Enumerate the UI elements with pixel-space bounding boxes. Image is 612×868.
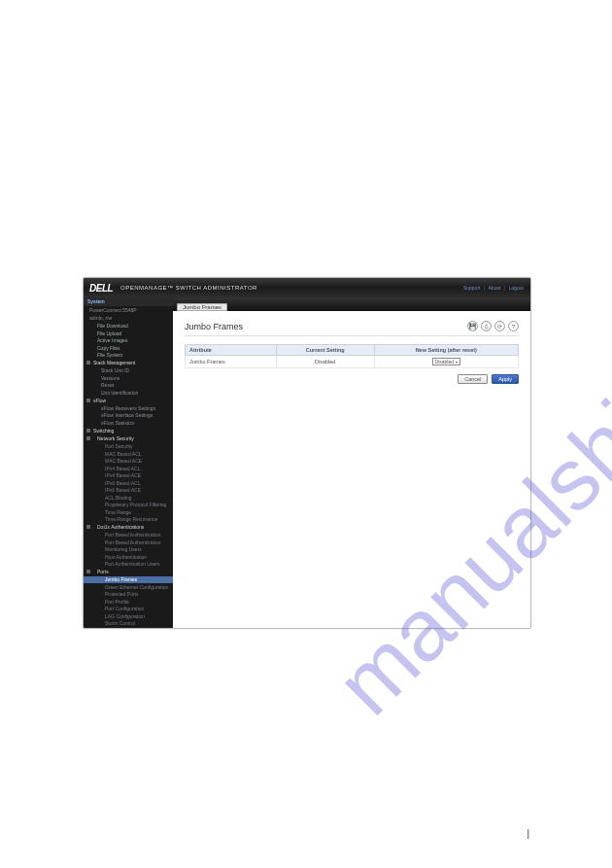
print-icon[interactable]: ⎙ (481, 321, 492, 331)
col-current: Current Setting (276, 345, 374, 356)
cell-current: Disabled (276, 356, 374, 368)
new-setting-dropdown[interactable]: Disabled (432, 358, 460, 365)
sidebar-item[interactable]: Unit Identification (84, 389, 173, 397)
sidebar-item[interactable]: sFlow Receivers Settings (84, 404, 173, 412)
sidebar-item[interactable]: Versions (84, 374, 173, 382)
sidebar-item[interactable]: Port Authentication Users (84, 561, 173, 569)
page-title-row: Jumbo Frames 💾 ⎙ ⟳ ? (185, 321, 519, 336)
button-row: Cancel Apply (185, 374, 519, 384)
apply-button[interactable]: Apply (492, 374, 519, 384)
help-icon[interactable]: ? (508, 321, 519, 331)
sidebar-item[interactable]: sFlow Statistics (84, 419, 173, 427)
sidebar-item[interactable]: Reset (84, 382, 173, 390)
sidebar-item[interactable]: Port Security (84, 443, 173, 451)
tab-row: Jumbo Frames (173, 297, 530, 311)
sidebar-item[interactable]: MAC Based ACL (84, 450, 173, 458)
sidebar-item[interactable]: Monitoring Users (84, 546, 173, 554)
sidebar-item[interactable]: Port Mirroring (84, 627, 173, 628)
sidebar-item[interactable]: Green Ethernet Configuration (84, 583, 173, 591)
page-footer-mark: | (527, 828, 529, 839)
dell-logo: DELL (89, 283, 113, 294)
link-support[interactable]: Support (463, 285, 481, 291)
link-logout[interactable]: Logout (509, 285, 524, 291)
link-about[interactable]: About (489, 285, 501, 291)
sidebar-item[interactable]: Port Profile (84, 598, 173, 606)
sidebar-item[interactable]: IPv4 Based ACE (84, 472, 173, 480)
sidebar-item[interactable]: File System (84, 352, 173, 360)
body-area: System PowerConnect 5548P admin, r/w Fil… (84, 297, 530, 628)
cell-new: Disabled (374, 356, 518, 368)
header-bar: DELL OPENMANAGE™ SWITCH ADMINISTRATOR Su… (84, 278, 530, 297)
sidebar-item[interactable]: Active Images (84, 337, 173, 345)
sidebar-group-stack[interactable]: Stack Management (84, 359, 173, 367)
sidebar: System PowerConnect 5548P admin, r/w Fil… (84, 297, 173, 628)
sidebar-user: admin, r/w (84, 314, 173, 323)
sidebar-item[interactable]: File Download (84, 323, 173, 330)
cancel-button[interactable]: Cancel (458, 374, 488, 384)
col-attribute: Attribute (186, 345, 277, 356)
separator: | (504, 285, 505, 291)
tab-jumbo-frames[interactable]: Jumbo Frames (177, 303, 227, 311)
sidebar-group-sflow[interactable]: sFlow (84, 397, 173, 405)
sidebar-group-ports[interactable]: Ports (84, 568, 173, 576)
col-new: New Setting (after reset) (374, 345, 518, 356)
sidebar-group-dot1x[interactable]: Dot1x Authentications (84, 523, 173, 532)
sidebar-item[interactable]: Protected Ports (84, 591, 173, 599)
sidebar-item[interactable]: IPv6 Based ACL (84, 479, 173, 487)
sidebar-item[interactable]: Host Authentication (84, 553, 173, 561)
sidebar-item[interactable]: Port Based Authentication (84, 532, 173, 539)
sidebar-group-switching[interactable]: Switching (84, 427, 173, 435)
header-title: OPENMANAGE™ SWITCH ADMINISTRATOR (120, 285, 257, 291)
sidebar-item[interactable]: Port Based Authentication (84, 538, 173, 546)
sidebar-item[interactable]: sFlow Interface Settings (84, 412, 173, 420)
cell-attribute: Jumbo Frames (186, 356, 277, 368)
header-links: Support | About | Logout (462, 285, 525, 291)
sidebar-item[interactable]: Stack Unit ID (84, 367, 173, 375)
sidebar-section-system[interactable]: System (84, 297, 173, 306)
refresh-icon[interactable]: ⟳ (494, 321, 505, 331)
main-area: Jumbo Frames Jumbo Frames 💾 ⎙ ⟳ ? Attrib… (173, 297, 530, 628)
sidebar-device-model: PowerConnect 5548P (84, 306, 173, 315)
page-title: Jumbo Frames (185, 322, 243, 331)
title-icons: 💾 ⎙ ⟳ ? (467, 321, 519, 331)
sidebar-item[interactable]: IPv6 Based ACE (84, 487, 173, 495)
sidebar-item[interactable]: IPv4 Based ACL (84, 465, 173, 472)
sidebar-item[interactable]: LAG Configuration (84, 612, 173, 620)
sidebar-item[interactable]: Port Configuration (84, 606, 173, 613)
content-area: Jumbo Frames 💾 ⎙ ⟳ ? Attribute Current S… (173, 311, 530, 628)
sidebar-item[interactable]: File Upload (84, 330, 173, 337)
sidebar-item[interactable]: Time Range (84, 508, 173, 516)
separator: | (484, 285, 485, 291)
table-header-row: Attribute Current Setting New Setting (a… (186, 345, 519, 356)
app-window: DELL OPENMANAGE™ SWITCH ADMINISTRATOR Su… (83, 277, 531, 629)
sidebar-item[interactable]: Storm Control (84, 620, 173, 628)
sidebar-item[interactable]: Copy Files (84, 344, 173, 352)
sidebar-group-network-security[interactable]: Network Security (84, 434, 173, 443)
save-icon[interactable]: 💾 (467, 321, 478, 331)
sidebar-item[interactable]: MAC Based ACE (84, 458, 173, 466)
sidebar-item[interactable]: Proprietary Protocol Filtering (84, 502, 173, 509)
settings-table: Attribute Current Setting New Setting (a… (185, 344, 519, 368)
sidebar-item-jumbo-frames[interactable]: Jumbo Frames (84, 576, 173, 584)
table-row: Jumbo Frames Disabled Disabled (186, 356, 519, 368)
sidebar-item[interactable]: ACL Binding (84, 494, 173, 502)
sidebar-item[interactable]: Time Range Recurrence (84, 516, 173, 524)
